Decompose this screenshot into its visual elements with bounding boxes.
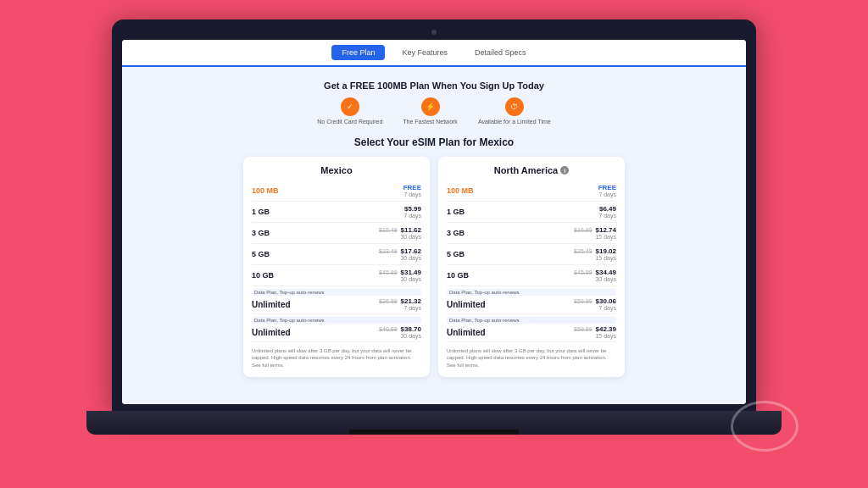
plan-price: $5.99 <box>404 205 421 213</box>
na-footer-note: Unlimited plans will slow after 3 GB per… <box>447 347 616 369</box>
plan-price-old: $45.99 <box>379 269 397 275</box>
plans-grid: Mexico 100 MB FREE 7 days 1 GB <box>139 157 729 377</box>
plan-size: 100 MB <box>447 186 485 195</box>
plan-days: 15 days <box>595 234 616 240</box>
plan-price-old: $45.99 <box>574 269 592 275</box>
laptop-camera <box>431 30 437 35</box>
north-america-title: North America i <box>447 165 616 175</box>
plan-price-old: $16.99 <box>574 227 592 233</box>
plan-unlimited-row-15-na[interactable]: Data Plan, Top-up auto-renews Unlimited … <box>447 314 616 342</box>
plan-price-group: $59.99 $30.06 7 days <box>574 297 616 311</box>
plan-size: 10 GB <box>447 271 485 280</box>
tab-key-features[interactable]: Key Features <box>392 45 458 60</box>
plan-price-old: $15.49 <box>379 227 397 233</box>
unlimited-label: Unlimited <box>447 328 486 337</box>
plan-size: 1 GB <box>252 208 290 216</box>
plan-price: $19.02 <box>596 247 616 255</box>
plan-price: $21.32 <box>401 297 421 305</box>
plan-row[interactable]: 3 GB $15.49 $11.62 30 days <box>252 223 421 244</box>
unlimited-badge: Data Plan, Top-up auto-renews <box>252 317 421 324</box>
laptop-screen: Free Plan Key Features Detailed Specs Ge… <box>122 40 746 404</box>
plan-price: $30.06 <box>596 297 616 305</box>
plan-price: $42.39 <box>596 325 616 333</box>
plan-price-group: $6.49 7 days <box>598 205 616 219</box>
plan-days: 7 days <box>403 305 421 311</box>
plan-price-old: $59.99 <box>574 326 592 332</box>
plan-size: 100 MB <box>252 186 290 195</box>
plan-days: 7 days <box>598 305 616 311</box>
fastest-network-icon: ⚡ <box>421 97 440 116</box>
section-title: Select Your eSIM Plan for Mexico <box>139 136 729 148</box>
unlimited-label: Unlimited <box>252 328 291 337</box>
plan-price: $17.62 <box>401 247 421 255</box>
plan-days: 7 days <box>598 213 616 219</box>
plan-days: 30 days <box>400 333 421 339</box>
plan-unlimited-row-30[interactable]: Data Plan, Top-up auto-renews Unlimited … <box>252 314 421 342</box>
plan-price-group: $16.99 $12.74 15 days <box>574 226 616 240</box>
plan-days: 30 days <box>400 234 421 240</box>
unlimited-label: Unlimited <box>252 300 291 309</box>
plan-days: 30 days <box>400 276 421 282</box>
promo-icons: ✓ No Credit Card Required ⚡ The Fastest … <box>139 97 729 125</box>
no-credit-card-label: No Credit Card Required <box>317 119 382 125</box>
plan-size: 3 GB <box>252 229 290 237</box>
plan-unlimited-row-7[interactable]: Data Plan, Top-up auto-renews Unlimited … <box>252 286 421 314</box>
plan-price-group: $45.99 $31.49 30 days <box>379 269 421 282</box>
unlimited-badge: Data Plan, Top-up auto-renews <box>447 289 616 296</box>
plan-price-group: $26.99 $21.32 7 days <box>379 297 421 311</box>
plan-price-old: $25.49 <box>574 248 592 254</box>
plan-size: 1 GB <box>447 208 485 216</box>
plan-price-group: FREE 7 days <box>598 184 616 197</box>
plan-price: $34.49 <box>596 269 616 276</box>
laptop-screen-outer: Free Plan Key Features Detailed Specs Ge… <box>112 19 756 411</box>
plan-size: 3 GB <box>447 229 485 237</box>
plan-price-old: $23.49 <box>379 248 397 254</box>
plan-row[interactable]: 5 GB $23.49 $17.62 30 days <box>252 244 421 265</box>
free-label: FREE <box>403 184 421 191</box>
plan-price: $11.62 <box>401 226 421 234</box>
plan-days: 15 days <box>595 333 616 339</box>
plan-price: $12.74 <box>596 226 616 234</box>
plan-row[interactable]: 3 GB $16.99 $12.74 15 days <box>447 223 616 244</box>
plan-row[interactable]: 1 GB $5.99 7 days <box>252 202 421 223</box>
plan-days: 30 days <box>400 255 421 261</box>
plan-price-group: $23.49 $17.62 30 days <box>379 247 421 261</box>
plan-row[interactable]: 10 GB $45.99 $34.49 30 days <box>447 265 616 286</box>
tab-detailed-specs[interactable]: Detailed Specs <box>465 45 537 60</box>
plan-row[interactable]: 5 GB $25.49 $19.02 15 days <box>447 244 616 265</box>
plan-days: 30 days <box>595 276 616 282</box>
plan-days: 7 days <box>598 191 616 197</box>
mexico-title: Mexico <box>252 165 421 175</box>
promo-fastest-network: ⚡ The Fastest Network <box>403 97 458 125</box>
no-credit-card-icon: ✓ <box>341 97 359 116</box>
plan-row[interactable]: 10 GB $45.99 $31.49 30 days <box>252 265 421 286</box>
unlimited-badge: Data Plan, Top-up auto-renews <box>252 289 421 296</box>
browser-chrome: Free Plan Key Features Detailed Specs <box>122 40 746 67</box>
plan-unlimited-row-7-na[interactable]: Data Plan, Top-up auto-renews Unlimited … <box>447 286 616 314</box>
fastest-network-label: The Fastest Network <box>403 119 458 125</box>
plan-row[interactable]: 1 GB $6.49 7 days <box>447 202 616 223</box>
plan-size: 5 GB <box>447 250 485 258</box>
plan-price: $31.49 <box>401 269 421 276</box>
plan-size: 10 GB <box>252 271 290 280</box>
plan-days: 7 days <box>403 213 421 219</box>
plan-price: $38.70 <box>401 325 421 333</box>
laptop-wrapper: Free Plan Key Features Detailed Specs Ge… <box>86 19 782 469</box>
tab-free-plan[interactable]: Free Plan <box>331 45 385 60</box>
limited-time-icon: ⏱ <box>505 97 524 116</box>
promo-limited-time: ⏱ Available for a Limited Time <box>478 97 551 125</box>
plan-price-old: $40.99 <box>379 326 397 332</box>
free-label: FREE <box>598 184 616 191</box>
plan-card-mexico: Mexico 100 MB FREE 7 days 1 GB <box>243 157 430 377</box>
plan-days: 15 days <box>595 255 616 261</box>
plan-card-north-america: North America i 100 MB FREE 7 days <box>438 157 625 377</box>
laptop-base <box>86 411 782 435</box>
plan-row[interactable]: 100 MB FREE 7 days <box>447 180 616 202</box>
plan-price-group: $59.99 $42.39 15 days <box>574 325 616 339</box>
mexico-footer-note: Unlimited plans will slow after 3 GB per… <box>252 347 421 369</box>
promo-banner: Get a FREE 100MB Plan When You Sign Up T… <box>139 80 729 125</box>
plan-price-group: $40.99 $38.70 30 days <box>379 325 421 339</box>
plan-row[interactable]: 100 MB FREE 7 days <box>252 180 421 202</box>
page-content: Get a FREE 100MB Plan When You Sign Up T… <box>122 67 746 404</box>
plan-size: 5 GB <box>252 250 290 258</box>
